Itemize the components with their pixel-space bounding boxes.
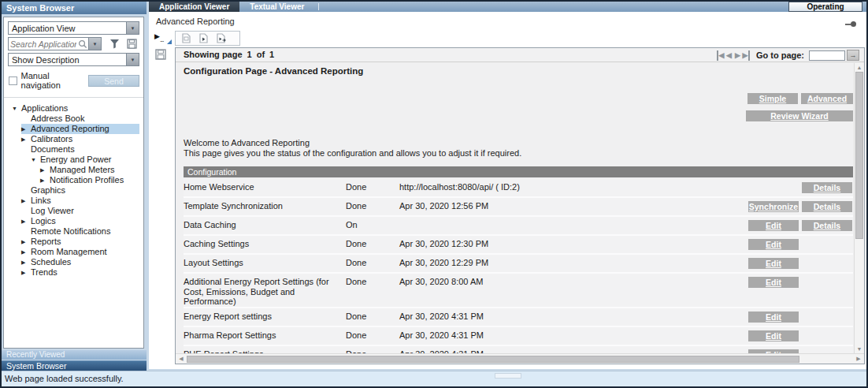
breadcrumb: Advanced Reporting <box>156 17 235 26</box>
save-icon[interactable] <box>127 39 137 49</box>
tree-item-notification-profiles[interactable]: ▶ Notification Profiles <box>40 175 139 185</box>
tree-item-applications[interactable]: ▼ Applications <box>12 103 139 114</box>
expanded-arrow-icon[interactable]: ▼ <box>12 103 21 114</box>
tree-item-documents[interactable]: Documents <box>21 144 139 155</box>
tree-item-logics[interactable]: ▶ Logics <box>21 216 139 226</box>
tree-item-trends[interactable]: ▶ Trends <box>21 267 139 278</box>
tree-item-log-viewer[interactable]: Log Viewer <box>21 206 139 216</box>
run-export-document-icon[interactable] <box>217 33 227 43</box>
collapsed-arrow-icon[interactable]: ▶ <box>21 257 31 267</box>
tree-item-calibrators[interactable]: ▶ Calibrators <box>21 134 139 144</box>
display-mode-dropdown[interactable]: Show Description ▼ <box>8 53 139 66</box>
collapsed-arrow-icon[interactable]: ▶ <box>21 134 31 144</box>
scroll-right-icon[interactable]: ▶ <box>854 354 863 364</box>
previous-page-icon[interactable]: ◀ <box>725 50 733 61</box>
run-document-icon[interactable] <box>199 33 208 43</box>
table-row: Layout Settings Done Apr 30, 2020 12:29 … <box>184 255 853 274</box>
simple-button[interactable]: Simple <box>747 93 798 104</box>
collapsed-arrow-icon[interactable]: ▶ <box>21 247 31 257</box>
filter-icon[interactable] <box>109 39 120 49</box>
tab-application-viewer[interactable]: Application Viewer <box>149 2 239 12</box>
details-button[interactable]: Details <box>802 220 852 231</box>
scroll-up-icon[interactable]: ▲ <box>855 63 864 72</box>
tree-item-room-management[interactable]: ▶ Room Management <box>21 247 139 257</box>
edit-button[interactable]: Edit <box>748 258 799 269</box>
collapsed-arrow-icon[interactable]: ▶ <box>40 175 50 185</box>
tree-item-reports[interactable]: ▶ Reports <box>21 237 139 247</box>
collapsed-arrow-icon[interactable]: ▶ <box>21 196 31 206</box>
run-report-icon[interactable]: ▶ ... <box>154 32 172 44</box>
table-row: Pharma Report Settings Done Apr 30, 2020… <box>184 327 853 346</box>
chevron-down-icon[interactable]: ▼ <box>88 38 101 50</box>
tree-item-advanced-reporting[interactable]: ▶ Advanced Reporting <box>21 124 139 134</box>
details-button[interactable]: Details <box>802 201 852 212</box>
collapsed-arrow-icon[interactable]: ▶ <box>21 124 31 134</box>
recently-viewed-bar[interactable]: Recently Viewed <box>2 350 147 360</box>
tree-item-links[interactable]: ▶ Links <box>21 196 139 206</box>
manual-navigation-checkbox[interactable] <box>9 76 17 85</box>
collapsed-arrow-icon[interactable]: ▶ <box>21 267 31 278</box>
status-value: Done <box>346 312 399 321</box>
breadcrumb-row: Advanced Reporting <box>149 12 866 30</box>
splitter-grip[interactable] <box>495 373 521 379</box>
collapsed-arrow-icon[interactable]: ▶ <box>21 216 31 226</box>
collapsed-arrow-icon[interactable]: ▶ <box>40 165 50 175</box>
system-browser-header: System Browser <box>2 2 147 14</box>
page-title: Configuration Page - Advanced Reporting <box>184 66 363 76</box>
save-report-icon[interactable] <box>155 49 166 60</box>
status-value: Done <box>346 330 399 340</box>
advanced-button[interactable]: Advanced <box>801 93 853 104</box>
edit-button[interactable]: Edit <box>748 312 799 323</box>
configuration-page: Configuration Page - Advanced Reporting … <box>176 63 854 353</box>
table-row: Additional Energy Report Settings (for C… <box>184 274 853 308</box>
system-browser-bar[interactable]: System Browser <box>2 360 147 371</box>
viewer-tabbar: Application Viewer Textual Viewer Operat… <box>149 2 866 12</box>
chevron-down-icon[interactable]: ▼ <box>126 22 139 34</box>
edit-button[interactable]: Edit <box>748 239 799 250</box>
review-wizard-button[interactable]: Review Wizard <box>746 110 853 121</box>
tree-item-schedules[interactable]: ▶ Schedules <box>21 257 139 267</box>
tab-separator <box>318 3 319 10</box>
send-button[interactable]: Send <box>88 75 139 87</box>
view-selector-dropdown[interactable]: Application View ▼ <box>8 21 139 35</box>
status-value: Done <box>346 239 399 248</box>
next-page-icon[interactable]: ▶ <box>733 50 742 61</box>
horizontal-scrollbar[interactable]: ◀ ▶ <box>176 353 864 364</box>
go-arrow-icon[interactable]: → <box>847 50 859 61</box>
status-value: On <box>346 220 399 229</box>
scroll-down-icon[interactable]: ▼ <box>855 345 864 353</box>
pin-icon[interactable] <box>845 21 856 27</box>
edit-button[interactable]: Edit <box>748 330 799 341</box>
expanded-arrow-icon[interactable]: ▼ <box>31 155 40 165</box>
of-label: of <box>257 50 265 59</box>
edit-button[interactable]: Edit <box>748 220 799 231</box>
tree-item-managed-meters[interactable]: ▶ Managed Meters <box>40 165 139 175</box>
tree-item-remote-notifications[interactable]: Remote Notifications <box>21 226 139 237</box>
goto-page-input[interactable] <box>809 50 845 61</box>
tree-item-address-book[interactable]: Address Book <box>21 114 139 124</box>
report-document-icon[interactable] <box>182 33 191 43</box>
report-actions-box <box>175 31 240 46</box>
horizontal-scroll-thumb[interactable] <box>187 356 799 363</box>
first-page-icon[interactable]: ◀ <box>717 50 725 61</box>
table-row: Home Webservice Done http://localhost:80… <box>184 179 853 198</box>
chevron-down-icon[interactable]: ▼ <box>126 54 139 65</box>
table-row: Data Caching On Edit Details <box>184 217 853 236</box>
tree-item-energy-and-power[interactable]: ▼ Energy and Power <box>31 155 139 165</box>
tab-textual-viewer[interactable]: Textual Viewer <box>239 2 314 12</box>
divider <box>4 97 143 98</box>
vertical-scroll-thumb[interactable] <box>855 72 863 239</box>
details-button[interactable]: Details <box>802 182 852 193</box>
search-input[interactable] <box>9 39 78 49</box>
status-value: Done <box>346 201 399 211</box>
main-area: Application Viewer Textual Viewer Operat… <box>149 2 866 369</box>
vertical-scrollbar[interactable]: ▲ ▼ <box>854 63 864 353</box>
last-page-icon[interactable]: ▶ <box>742 50 750 61</box>
launch-corner-icon <box>167 39 172 44</box>
tree-item-graphics[interactable]: Graphics <box>21 185 139 196</box>
edit-button[interactable]: Edit <box>748 277 799 288</box>
scroll-left-icon[interactable]: ◀ <box>176 354 186 364</box>
synchronize-button[interactable]: Synchronize <box>748 201 799 212</box>
operating-button[interactable]: Operating <box>788 2 862 12</box>
collapsed-arrow-icon[interactable]: ▶ <box>21 237 31 247</box>
